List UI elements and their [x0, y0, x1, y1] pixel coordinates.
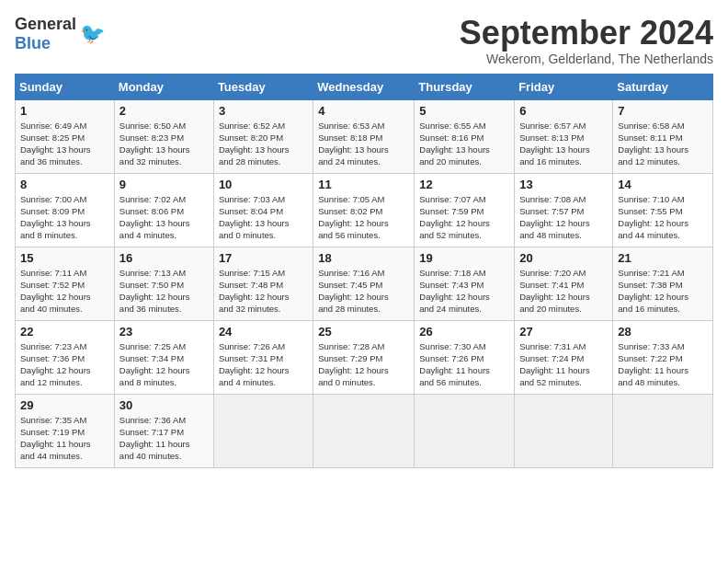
- header: General Blue 🐦 September 2024 Wekerom, G…: [15, 15, 713, 66]
- day-info: Sunrise: 6:55 AMSunset: 8:16 PMDaylight:…: [419, 120, 509, 168]
- calendar-cell: 20Sunrise: 7:20 AMSunset: 7:41 PMDayligh…: [515, 247, 613, 320]
- day-info: Sunrise: 7:11 AMSunset: 7:52 PMDaylight:…: [20, 267, 109, 316]
- calendar-cell: 25Sunrise: 7:28 AMSunset: 7:29 PMDayligh…: [313, 320, 415, 394]
- day-info: Sunrise: 7:07 AMSunset: 7:59 PMDaylight:…: [419, 193, 509, 242]
- calendar-cell: 27Sunrise: 7:31 AMSunset: 7:24 PMDayligh…: [515, 320, 613, 394]
- day-number: 19: [419, 251, 509, 265]
- calendar-cell: 16Sunrise: 7:13 AMSunset: 7:50 PMDayligh…: [114, 247, 213, 320]
- day-header-wednesday: Wednesday: [313, 74, 415, 99]
- day-number: 30: [119, 398, 209, 412]
- day-number: 12: [419, 178, 509, 191]
- day-number: 3: [219, 104, 308, 118]
- day-info: Sunrise: 7:08 AMSunset: 7:57 PMDaylight:…: [519, 193, 608, 242]
- day-number: 21: [618, 251, 708, 265]
- calendar-cell: 14Sunrise: 7:10 AMSunset: 7:55 PMDayligh…: [613, 173, 713, 247]
- day-number: 23: [119, 325, 209, 339]
- calendar-cell: [613, 394, 713, 467]
- day-number: 17: [219, 251, 308, 265]
- calendar-cell: 13Sunrise: 7:08 AMSunset: 7:57 PMDayligh…: [515, 173, 613, 247]
- day-number: 18: [318, 251, 409, 265]
- day-number: 13: [519, 178, 608, 191]
- day-header-saturday: Saturday: [613, 74, 713, 99]
- calendar-cell: 19Sunrise: 7:18 AMSunset: 7:43 PMDayligh…: [415, 247, 515, 320]
- day-info: Sunrise: 7:13 AMSunset: 7:50 PMDaylight:…: [119, 267, 209, 316]
- calendar-cell: 26Sunrise: 7:30 AMSunset: 7:26 PMDayligh…: [415, 320, 515, 394]
- day-info: Sunrise: 7:10 AMSunset: 7:55 PMDaylight:…: [618, 193, 708, 242]
- day-number: 4: [318, 104, 409, 118]
- calendar-cell: 29Sunrise: 7:35 AMSunset: 7:19 PMDayligh…: [16, 394, 115, 467]
- day-number: 5: [419, 104, 509, 118]
- day-info: Sunrise: 7:15 AMSunset: 7:48 PMDaylight:…: [219, 267, 308, 316]
- calendar-cell: 9Sunrise: 7:02 AMSunset: 8:06 PMDaylight…: [114, 173, 213, 247]
- day-number: 25: [318, 325, 409, 339]
- day-info: Sunrise: 7:16 AMSunset: 7:45 PMDaylight:…: [318, 267, 409, 316]
- day-info: Sunrise: 7:21 AMSunset: 7:38 PMDaylight:…: [618, 267, 708, 316]
- calendar-cell: 21Sunrise: 7:21 AMSunset: 7:38 PMDayligh…: [613, 247, 713, 320]
- day-number: 15: [20, 251, 109, 265]
- day-number: 10: [219, 178, 308, 191]
- calendar-cell: 3Sunrise: 6:52 AMSunset: 8:20 PMDaylight…: [213, 99, 313, 173]
- day-info: Sunrise: 6:52 AMSunset: 8:20 PMDaylight:…: [219, 120, 308, 168]
- day-number: 22: [20, 325, 109, 339]
- calendar-cell: 10Sunrise: 7:03 AMSunset: 8:04 PMDayligh…: [213, 173, 313, 247]
- calendar-cell: 7Sunrise: 6:58 AMSunset: 8:11 PMDaylight…: [613, 99, 713, 173]
- location-subtitle: Wekerom, Gelderland, The Netherlands: [460, 52, 713, 66]
- calendar-week-3: 15Sunrise: 7:11 AMSunset: 7:52 PMDayligh…: [16, 247, 713, 320]
- calendar-cell: [313, 394, 415, 467]
- day-info: Sunrise: 7:02 AMSunset: 8:06 PMDaylight:…: [119, 193, 209, 242]
- calendar-cell: 1Sunrise: 6:49 AMSunset: 8:25 PMDaylight…: [16, 99, 115, 173]
- day-number: 28: [618, 325, 708, 339]
- day-info: Sunrise: 7:23 AMSunset: 7:36 PMDaylight:…: [20, 340, 109, 389]
- day-number: 11: [318, 178, 409, 191]
- header-row: SundayMondayTuesdayWednesdayThursdayFrid…: [16, 74, 713, 99]
- calendar-cell: 28Sunrise: 7:33 AMSunset: 7:22 PMDayligh…: [613, 320, 713, 394]
- title-area: September 2024 Wekerom, Gelderland, The …: [460, 15, 713, 66]
- day-info: Sunrise: 7:26 AMSunset: 7:31 PMDaylight:…: [219, 340, 308, 389]
- day-number: 24: [219, 325, 308, 339]
- calendar-cell: 15Sunrise: 7:11 AMSunset: 7:52 PMDayligh…: [16, 247, 115, 320]
- day-info: Sunrise: 6:58 AMSunset: 8:11 PMDaylight:…: [618, 120, 708, 168]
- calendar-cell: 12Sunrise: 7:07 AMSunset: 7:59 PMDayligh…: [415, 173, 515, 247]
- calendar-cell: 6Sunrise: 6:57 AMSunset: 8:13 PMDaylight…: [515, 99, 613, 173]
- calendar-week-4: 22Sunrise: 7:23 AMSunset: 7:36 PMDayligh…: [16, 320, 713, 394]
- day-number: 26: [419, 325, 509, 339]
- day-info: Sunrise: 7:36 AMSunset: 7:17 PMDaylight:…: [119, 414, 209, 463]
- calendar-cell: [415, 394, 515, 467]
- day-number: 16: [119, 251, 209, 265]
- day-info: Sunrise: 6:50 AMSunset: 8:23 PMDaylight:…: [119, 120, 209, 168]
- day-info: Sunrise: 7:35 AMSunset: 7:19 PMDaylight:…: [20, 414, 109, 463]
- bird-icon: 🐦: [80, 22, 105, 46]
- calendar-table: SundayMondayTuesdayWednesdayThursdayFrid…: [15, 74, 713, 468]
- day-info: Sunrise: 7:00 AMSunset: 8:09 PMDaylight:…: [20, 193, 109, 242]
- calendar-cell: 2Sunrise: 6:50 AMSunset: 8:23 PMDaylight…: [114, 99, 213, 173]
- day-header-thursday: Thursday: [415, 74, 515, 99]
- calendar-cell: 8Sunrise: 7:00 AMSunset: 8:09 PMDaylight…: [16, 173, 115, 247]
- logo-text: General Blue: [15, 15, 76, 53]
- calendar-week-2: 8Sunrise: 7:00 AMSunset: 8:09 PMDaylight…: [16, 173, 713, 247]
- day-number: 27: [519, 325, 608, 339]
- day-header-friday: Friday: [515, 74, 613, 99]
- calendar-week-5: 29Sunrise: 7:35 AMSunset: 7:19 PMDayligh…: [16, 394, 713, 467]
- calendar-cell: 11Sunrise: 7:05 AMSunset: 8:02 PMDayligh…: [313, 173, 415, 247]
- day-header-sunday: Sunday: [16, 74, 115, 99]
- day-info: Sunrise: 7:31 AMSunset: 7:24 PMDaylight:…: [519, 340, 608, 389]
- day-number: 14: [618, 178, 708, 191]
- day-info: Sunrise: 6:49 AMSunset: 8:25 PMDaylight:…: [20, 120, 109, 168]
- day-info: Sunrise: 6:57 AMSunset: 8:13 PMDaylight:…: [519, 120, 608, 168]
- day-info: Sunrise: 7:20 AMSunset: 7:41 PMDaylight:…: [519, 267, 608, 316]
- day-info: Sunrise: 7:28 AMSunset: 7:29 PMDaylight:…: [318, 340, 409, 389]
- day-header-tuesday: Tuesday: [213, 74, 313, 99]
- day-number: 20: [519, 251, 608, 265]
- day-info: Sunrise: 7:05 AMSunset: 8:02 PMDaylight:…: [318, 193, 409, 242]
- day-info: Sunrise: 6:53 AMSunset: 8:18 PMDaylight:…: [318, 120, 409, 168]
- day-number: 8: [20, 178, 109, 191]
- logo: General Blue 🐦: [15, 15, 105, 53]
- calendar-cell: 18Sunrise: 7:16 AMSunset: 7:45 PMDayligh…: [313, 247, 415, 320]
- calendar-cell: 4Sunrise: 6:53 AMSunset: 8:18 PMDaylight…: [313, 99, 415, 173]
- day-info: Sunrise: 7:25 AMSunset: 7:34 PMDaylight:…: [119, 340, 209, 389]
- calendar-cell: 30Sunrise: 7:36 AMSunset: 7:17 PMDayligh…: [114, 394, 213, 467]
- calendar-cell: 17Sunrise: 7:15 AMSunset: 7:48 PMDayligh…: [213, 247, 313, 320]
- day-number: 2: [119, 104, 209, 118]
- day-number: 7: [618, 104, 708, 118]
- day-number: 29: [20, 398, 109, 412]
